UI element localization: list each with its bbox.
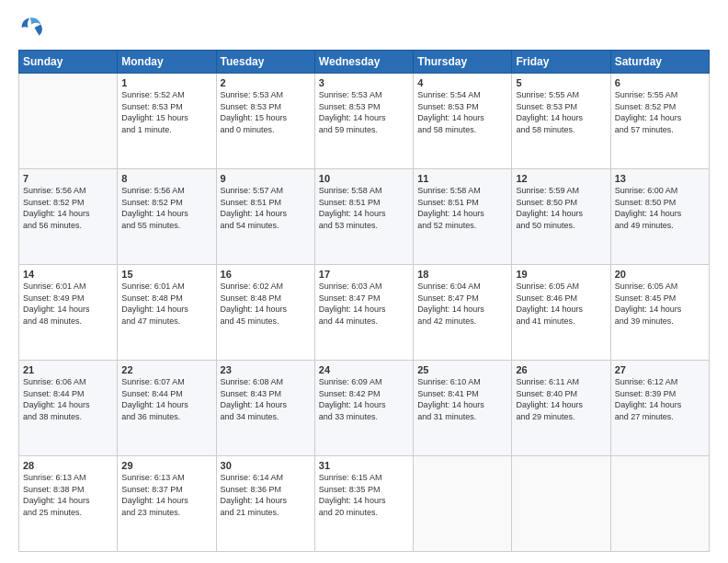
day-info: Sunrise: 5:57 AM Sunset: 8:51 PM Dayligh… <box>221 185 311 231</box>
day-info: Sunrise: 5:52 AM Sunset: 8:53 PM Dayligh… <box>121 89 211 135</box>
calendar-cell: 18Sunrise: 6:04 AM Sunset: 8:47 PM Dayli… <box>414 265 512 361</box>
week-row-4: 28Sunrise: 6:13 AM Sunset: 8:38 PM Dayli… <box>19 456 710 552</box>
calendar-cell: 27Sunrise: 6:12 AM Sunset: 8:39 PM Dayli… <box>610 361 709 456</box>
day-info: Sunrise: 6:01 AM Sunset: 8:49 PM Dayligh… <box>23 281 113 327</box>
day-info: Sunrise: 6:03 AM Sunset: 8:47 PM Dayligh… <box>319 281 409 327</box>
day-number: 27 <box>615 364 705 375</box>
day-info: Sunrise: 6:08 AM Sunset: 8:43 PM Dayligh… <box>221 376 311 422</box>
header-row: SundayMondayTuesdayWednesdayThursdayFrid… <box>19 51 710 74</box>
day-number: 17 <box>319 269 409 280</box>
day-number: 11 <box>417 173 507 184</box>
day-info: Sunrise: 6:14 AM Sunset: 8:36 PM Dayligh… <box>221 472 311 518</box>
calendar-cell: 4Sunrise: 5:54 AM Sunset: 8:53 PM Daylig… <box>414 74 512 169</box>
calendar-cell: 23Sunrise: 6:08 AM Sunset: 8:43 PM Dayli… <box>216 361 314 456</box>
day-number: 30 <box>221 460 311 471</box>
calendar-cell: 3Sunrise: 5:53 AM Sunset: 8:53 PM Daylig… <box>314 74 413 169</box>
page: SundayMondayTuesdayWednesdayThursdayFrid… <box>0 0 728 563</box>
day-number: 16 <box>221 269 311 280</box>
calendar-cell: 29Sunrise: 6:13 AM Sunset: 8:37 PM Dayli… <box>118 456 216 552</box>
logo-icon <box>18 15 44 40</box>
calendar-cell: 11Sunrise: 5:58 AM Sunset: 8:51 PM Dayli… <box>414 169 512 265</box>
day-info: Sunrise: 6:05 AM Sunset: 8:45 PM Dayligh… <box>615 281 705 327</box>
day-number: 5 <box>516 77 606 88</box>
day-number: 29 <box>121 460 211 471</box>
day-info: Sunrise: 5:55 AM Sunset: 8:53 PM Dayligh… <box>516 89 606 135</box>
day-info: Sunrise: 5:55 AM Sunset: 8:52 PM Dayligh… <box>615 89 705 135</box>
day-number: 9 <box>221 173 311 184</box>
day-info: Sunrise: 6:13 AM Sunset: 8:37 PM Dayligh… <box>121 472 211 518</box>
day-info: Sunrise: 5:58 AM Sunset: 8:51 PM Dayligh… <box>319 185 409 231</box>
day-number: 3 <box>319 77 409 88</box>
day-number: 22 <box>121 364 211 375</box>
header-day-tuesday: Tuesday <box>216 51 314 74</box>
day-number: 14 <box>23 269 113 280</box>
day-info: Sunrise: 6:05 AM Sunset: 8:46 PM Dayligh… <box>516 281 606 327</box>
day-number: 25 <box>417 364 507 375</box>
calendar-cell: 8Sunrise: 5:56 AM Sunset: 8:52 PM Daylig… <box>118 169 216 265</box>
header <box>18 15 710 40</box>
day-number: 1 <box>121 77 211 88</box>
day-number: 20 <box>615 269 705 280</box>
header-day-sunday: Sunday <box>19 51 118 74</box>
day-number: 6 <box>615 77 705 88</box>
logo <box>18 15 48 40</box>
calendar-cell: 6Sunrise: 5:55 AM Sunset: 8:52 PM Daylig… <box>610 74 709 169</box>
header-day-thursday: Thursday <box>414 51 512 74</box>
day-number: 7 <box>23 173 113 184</box>
week-row-1: 7Sunrise: 5:56 AM Sunset: 8:52 PM Daylig… <box>19 169 710 265</box>
header-day-friday: Friday <box>512 51 610 74</box>
day-info: Sunrise: 6:06 AM Sunset: 8:44 PM Dayligh… <box>23 376 113 422</box>
calendar-cell: 28Sunrise: 6:13 AM Sunset: 8:38 PM Dayli… <box>19 456 118 552</box>
day-number: 26 <box>516 364 606 375</box>
calendar-cell <box>512 456 610 552</box>
day-info: Sunrise: 5:53 AM Sunset: 8:53 PM Dayligh… <box>221 89 311 135</box>
calendar-cell: 20Sunrise: 6:05 AM Sunset: 8:45 PM Dayli… <box>610 265 709 361</box>
week-row-3: 21Sunrise: 6:06 AM Sunset: 8:44 PM Dayli… <box>19 361 710 456</box>
calendar-cell: 5Sunrise: 5:55 AM Sunset: 8:53 PM Daylig… <box>512 74 610 169</box>
calendar-cell: 2Sunrise: 5:53 AM Sunset: 8:53 PM Daylig… <box>216 74 314 169</box>
day-info: Sunrise: 6:04 AM Sunset: 8:47 PM Dayligh… <box>417 281 507 327</box>
calendar-cell: 7Sunrise: 5:56 AM Sunset: 8:52 PM Daylig… <box>19 169 118 265</box>
calendar-cell: 19Sunrise: 6:05 AM Sunset: 8:46 PM Dayli… <box>512 265 610 361</box>
calendar-cell: 10Sunrise: 5:58 AM Sunset: 8:51 PM Dayli… <box>314 169 413 265</box>
calendar-cell: 21Sunrise: 6:06 AM Sunset: 8:44 PM Dayli… <box>19 361 118 456</box>
day-number: 21 <box>23 364 113 375</box>
day-number: 10 <box>319 173 409 184</box>
day-number: 24 <box>319 364 409 375</box>
day-number: 31 <box>319 460 409 471</box>
calendar-cell: 17Sunrise: 6:03 AM Sunset: 8:47 PM Dayli… <box>314 265 413 361</box>
day-info: Sunrise: 6:00 AM Sunset: 8:50 PM Dayligh… <box>615 185 705 231</box>
calendar-cell <box>19 74 118 169</box>
calendar-cell <box>414 456 512 552</box>
calendar-cell: 22Sunrise: 6:07 AM Sunset: 8:44 PM Dayli… <box>118 361 216 456</box>
calendar-cell: 14Sunrise: 6:01 AM Sunset: 8:49 PM Dayli… <box>19 265 118 361</box>
day-info: Sunrise: 6:13 AM Sunset: 8:38 PM Dayligh… <box>23 472 113 518</box>
calendar-cell: 1Sunrise: 5:52 AM Sunset: 8:53 PM Daylig… <box>118 74 216 169</box>
day-info: Sunrise: 6:02 AM Sunset: 8:48 PM Dayligh… <box>221 281 311 327</box>
calendar-cell: 9Sunrise: 5:57 AM Sunset: 8:51 PM Daylig… <box>216 169 314 265</box>
day-info: Sunrise: 5:58 AM Sunset: 8:51 PM Dayligh… <box>417 185 507 231</box>
day-number: 19 <box>516 269 606 280</box>
day-number: 13 <box>615 173 705 184</box>
header-day-wednesday: Wednesday <box>314 51 413 74</box>
week-row-0: 1Sunrise: 5:52 AM Sunset: 8:53 PM Daylig… <box>19 74 710 169</box>
header-day-monday: Monday <box>118 51 216 74</box>
day-number: 15 <box>121 269 211 280</box>
calendar-cell: 15Sunrise: 6:01 AM Sunset: 8:48 PM Dayli… <box>118 265 216 361</box>
day-info: Sunrise: 5:56 AM Sunset: 8:52 PM Dayligh… <box>121 185 211 231</box>
calendar-cell: 25Sunrise: 6:10 AM Sunset: 8:41 PM Dayli… <box>414 361 512 456</box>
day-info: Sunrise: 6:10 AM Sunset: 8:41 PM Dayligh… <box>417 376 507 422</box>
day-info: Sunrise: 5:59 AM Sunset: 8:50 PM Dayligh… <box>516 185 606 231</box>
calendar-cell <box>610 456 709 552</box>
calendar-cell: 31Sunrise: 6:15 AM Sunset: 8:35 PM Dayli… <box>314 456 413 552</box>
day-number: 2 <box>221 77 311 88</box>
day-number: 23 <box>221 364 311 375</box>
day-number: 4 <box>417 77 507 88</box>
day-info: Sunrise: 6:07 AM Sunset: 8:44 PM Dayligh… <box>121 376 211 422</box>
day-number: 28 <box>23 460 113 471</box>
day-info: Sunrise: 6:15 AM Sunset: 8:35 PM Dayligh… <box>319 472 409 518</box>
day-info: Sunrise: 6:01 AM Sunset: 8:48 PM Dayligh… <box>121 281 211 327</box>
calendar-table: SundayMondayTuesdayWednesdayThursdayFrid… <box>18 50 710 552</box>
day-info: Sunrise: 6:09 AM Sunset: 8:42 PM Dayligh… <box>319 376 409 422</box>
calendar-cell: 13Sunrise: 6:00 AM Sunset: 8:50 PM Dayli… <box>610 169 709 265</box>
